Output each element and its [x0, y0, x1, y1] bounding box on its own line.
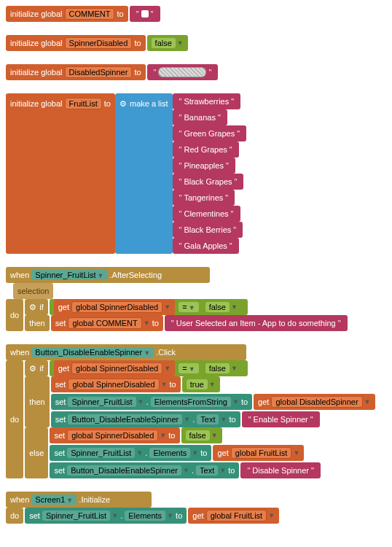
- init-spinnerdisabled-block[interactable]: initialize global SpinnerDisabled to fal…: [6, 35, 392, 51]
- init-comment-block[interactable]: initialize global COMMENT to "": [6, 6, 392, 22]
- list-item[interactable]: "Red Grapes": [173, 141, 239, 158]
- init-global-label: initialize global DisabledSpinner to: [6, 64, 146, 80]
- list-items: "Strawberries""Bananas""Green Grapes""Re…: [173, 93, 248, 254]
- selection-param[interactable]: selection: [13, 283, 53, 299]
- get-block[interactable]: get global SpinnerDisabled▼: [54, 360, 175, 376]
- init-global-label: initialize global SpinnerDisabled to: [6, 35, 146, 51]
- bool-literal[interactable]: false▼: [181, 427, 222, 443]
- set-var-block[interactable]: set global SpinnerDisabled▼ to: [50, 427, 179, 443]
- set-block[interactable]: set global COMMENT▼ to: [51, 315, 163, 331]
- list-item[interactable]: "Black Berries": [173, 222, 243, 238]
- var-comment[interactable]: COMMENT: [65, 8, 115, 20]
- var-spinnerdisabled[interactable]: SpinnerDisabled: [65, 37, 133, 49]
- list-item[interactable]: "Green Grapes": [173, 125, 247, 141]
- event-header: when Screen1▼ .Initialize: [6, 492, 152, 508]
- list-item[interactable]: "Tangerines": [173, 190, 235, 206]
- var-disabledspinner[interactable]: DisabledSpinner: [65, 66, 133, 78]
- then-label: then: [25, 315, 49, 331]
- chevron-down-icon: ▼: [177, 39, 184, 47]
- var-fruitlist[interactable]: FruitList: [65, 98, 102, 109]
- init-disabledspinner-block[interactable]: initialize global DisabledSpinner to "": [6, 64, 392, 80]
- then-label: then: [25, 376, 49, 427]
- gear-icon[interactable]: ⚙: [119, 99, 127, 109]
- list-item[interactable]: "Clementines": [173, 206, 240, 222]
- event-header: when Button_DisableEnableSpinner▼ .Click: [6, 344, 246, 360]
- get-block[interactable]: get global FruitList▼: [188, 508, 279, 524]
- string-literal[interactable]: "Enable Spinner": [242, 411, 320, 427]
- get-block[interactable]: get global FruitList▼: [213, 445, 304, 461]
- string-literal[interactable]: "": [147, 64, 219, 80]
- do-label: do: [6, 360, 23, 478]
- string-literal[interactable]: "Disable Spinner": [240, 462, 320, 478]
- set-prop-block[interactable]: set Button_DisableEnableSpinner▼ . Text▼…: [50, 462, 239, 478]
- make-list-block[interactable]: ⚙ make a list: [115, 93, 173, 254]
- list-item[interactable]: "Strawberries": [173, 93, 241, 109]
- bool-literal[interactable]: true▼: [182, 376, 220, 392]
- buttonclick-block[interactable]: when Button_DisableEnableSpinner▼ .Click…: [6, 344, 392, 478]
- bool-literal[interactable]: false▼: [147, 35, 188, 51]
- gear-icon[interactable]: ⚙: [29, 364, 36, 373]
- init-fruitlist-block[interactable]: initialize global FruitList to ⚙ make a …: [6, 93, 392, 254]
- hatched-icon: [158, 67, 206, 77]
- screeninit-block[interactable]: when Screen1▼ .Initialize do set Spinner…: [6, 492, 392, 524]
- blank-square-icon: [141, 10, 149, 18]
- component-dd[interactable]: Screen1▼: [31, 494, 77, 505]
- list-item[interactable]: "Pineapples": [173, 158, 235, 174]
- get-block[interactable]: get global DisabledSpinner▼: [254, 394, 375, 410]
- set-prop-block[interactable]: set Spinner_FruitList▼ . Elements▼ to: [25, 508, 187, 524]
- set-var-block[interactable]: set global SpinnerDisabled▼ to: [51, 376, 181, 392]
- init-global-label: initialize global COMMENT to: [6, 6, 128, 22]
- list-item[interactable]: "Gala Apples": [173, 238, 239, 254]
- compare-block[interactable]: get global SpinnerDisabled▼ =▼ false▼: [50, 299, 248, 315]
- do-label: do: [6, 299, 23, 331]
- gear-icon[interactable]: ⚙: [29, 303, 36, 312]
- compare-block[interactable]: get global SpinnerDisabled▼ =▼ false▼: [50, 360, 248, 376]
- component-dd[interactable]: Spinner_FruitList▼: [31, 270, 107, 280]
- afterselecting-block[interactable]: when Spinner_FruitList▼ .AfterSelecting …: [6, 267, 392, 331]
- set-prop-block[interactable]: set Spinner_FruitList▼ . Elements▼ to: [50, 445, 211, 461]
- list-item[interactable]: "Black Grapes": [173, 174, 244, 190]
- else-label: else: [25, 427, 48, 478]
- event-header: when Spinner_FruitList▼ .AfterSelecting: [6, 267, 210, 283]
- set-prop-block[interactable]: set Button_DisableEnableSpinner▼ . Text▼…: [51, 411, 240, 427]
- string-literal[interactable]: "User Selected an Item - App to do somet…: [165, 315, 348, 331]
- component-dd[interactable]: Button_DisableEnableSpinner▼: [31, 347, 154, 357]
- string-literal[interactable]: "": [130, 6, 160, 22]
- bool-literal[interactable]: false▼: [201, 299, 242, 315]
- set-prop-block[interactable]: set Spinner_FruitList▼ . ElementsFromStr…: [51, 394, 252, 410]
- list-item[interactable]: "Bananas": [173, 109, 227, 125]
- get-block[interactable]: get global SpinnerDisabled▼: [54, 299, 175, 315]
- init-global-label: initialize global FruitList to: [6, 93, 115, 254]
- do-label: do: [6, 508, 23, 524]
